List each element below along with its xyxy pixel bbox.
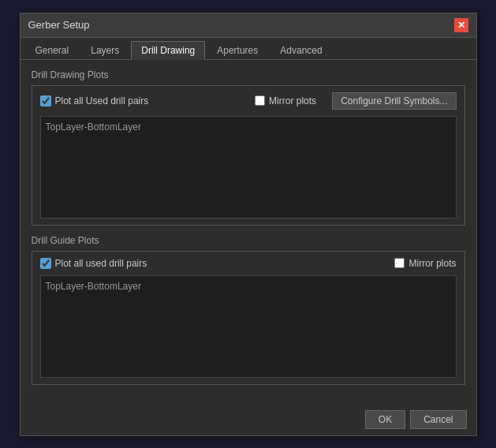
mirror-group-2: Mirror plots xyxy=(394,258,456,269)
drill-drawing-title: Drill Drawing Plots xyxy=(32,69,465,80)
mirror-checkbox-2[interactable] xyxy=(394,258,405,268)
tab-general[interactable]: General xyxy=(25,41,80,59)
drill-drawing-box: Plot all Used drill pairs Mirror plots C… xyxy=(32,85,465,226)
tab-apertures[interactable]: Apertures xyxy=(207,41,268,59)
plot-all-used-label-2[interactable]: Plot all used drill pairs xyxy=(40,258,147,269)
tab-advanced[interactable]: Advanced xyxy=(270,41,332,59)
plot-all-used-checkbox-1[interactable] xyxy=(40,95,51,106)
tab-layers[interactable]: Layers xyxy=(80,41,129,59)
mirror-label-2: Mirror plots xyxy=(408,258,456,269)
drill-guide-title: Drill Guide Plots xyxy=(32,235,465,246)
drill-guide-controls: Plot all used drill pairs Mirror plots xyxy=(40,258,457,269)
ok-button[interactable]: OK xyxy=(365,410,405,429)
close-button[interactable]: ✕ xyxy=(454,18,468,32)
tab-drill-drawing[interactable]: Drill Drawing xyxy=(131,41,205,60)
gerber-setup-dialog: Gerber Setup ✕ General Layers Drill Draw… xyxy=(20,13,477,436)
plot-all-used-label-1[interactable]: Plot all Used drill pairs xyxy=(40,95,149,106)
plot-all-used-text-2: Plot all used drill pairs xyxy=(55,258,147,269)
drill-drawing-section: Drill Drawing Plots Plot all Used drill … xyxy=(32,69,465,226)
tab-bar: General Layers Drill Drawing Apertures A… xyxy=(21,38,476,60)
drill-guide-list: TopLayer-BottomLayer xyxy=(40,275,457,378)
bottom-bar: OK Cancel xyxy=(21,404,476,435)
configure-drill-symbols-button[interactable]: Configure Drill Symbols... xyxy=(332,92,456,110)
mirror-group-1: Mirror plots xyxy=(255,95,316,106)
mirror-label-1: Mirror plots xyxy=(269,95,316,106)
title-bar: Gerber Setup ✕ xyxy=(21,13,476,38)
drill-guide-section: Drill Guide Plots Plot all used drill pa… xyxy=(32,235,465,385)
dialog-content: Drill Drawing Plots Plot all Used drill … xyxy=(21,60,476,435)
mirror-checkbox-1[interactable] xyxy=(255,95,265,106)
dialog-title: Gerber Setup xyxy=(28,19,90,31)
tab-content-drill-drawing: Drill Drawing Plots Plot all Used drill … xyxy=(21,60,476,404)
list-item: TopLayer-BottomLayer xyxy=(46,279,451,293)
drill-drawing-list: TopLayer-BottomLayer xyxy=(40,116,457,218)
list-item: TopLayer-BottomLayer xyxy=(46,120,451,134)
drill-drawing-controls: Plot all Used drill pairs Mirror plots C… xyxy=(40,92,457,110)
drill-guide-box: Plot all used drill pairs Mirror plots T… xyxy=(32,251,465,385)
plot-all-used-checkbox-2[interactable] xyxy=(40,258,51,269)
plot-all-used-text-1: Plot all Used drill pairs xyxy=(55,95,149,106)
cancel-button[interactable]: Cancel xyxy=(410,410,466,429)
